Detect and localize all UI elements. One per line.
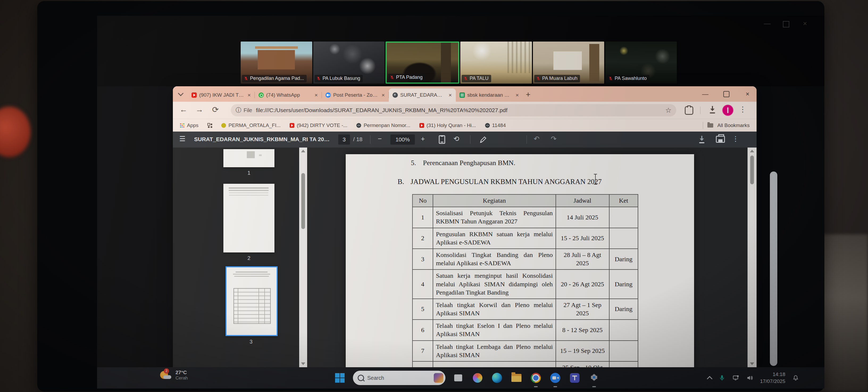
zoom-app-button[interactable] <box>548 371 562 385</box>
weather-widget[interactable]: 2 27°C Cerah <box>160 369 188 381</box>
new-tab-button[interactable]: + <box>523 90 533 100</box>
tab-5[interactable]: sbsk kendaraan 2027 - ...× <box>456 88 523 102</box>
scroll-down-icon[interactable] <box>301 362 305 365</box>
maximize-button[interactable] <box>723 91 730 97</box>
bookmark-item-1[interactable]: Apps <box>180 122 198 128</box>
page-thumbnail-2[interactable] <box>223 184 274 252</box>
participant-tile-5[interactable]: PA Muara Labuh <box>533 41 604 84</box>
scrollbar-thumb[interactable] <box>750 156 754 184</box>
tab-close-button[interactable]: × <box>514 92 520 98</box>
page-thumbnail-1[interactable] <box>223 149 274 167</box>
edge-button[interactable] <box>490 371 504 385</box>
fit-to-page-icon[interactable] <box>439 135 445 144</box>
zoom-out-button[interactable]: − <box>374 135 385 143</box>
table-header-cell: Ket <box>609 194 638 207</box>
tab-close-button[interactable]: × <box>380 92 386 98</box>
copilot-button[interactable] <box>471 371 485 385</box>
folder-icon <box>707 123 713 128</box>
zoom-maximize-button[interactable] <box>783 21 789 27</box>
participant-tile-1[interactable]: Pengadilan Agama Pad... <box>241 41 312 84</box>
tab-close-button[interactable]: × <box>447 92 453 98</box>
pdf-more-button[interactable]: ⋮ <box>730 135 741 143</box>
zoom-level-input[interactable]: 100% <box>391 135 415 145</box>
print-icon[interactable] <box>716 136 725 143</box>
bookmark-item-3[interactable]: PERMA_ORTALA_FI... <box>221 122 281 128</box>
page-thumbnail-3-selected[interactable] <box>225 266 278 336</box>
zoom-in-button[interactable]: + <box>417 135 428 143</box>
bookmark-item-7[interactable]: 11484 <box>485 122 506 128</box>
hidden-icons-chevron[interactable] <box>707 376 712 381</box>
table-cell: 8 <box>412 361 433 367</box>
file-explorer-button[interactable] <box>509 371 523 385</box>
schedule-table: NoKegiatanJadwalKet 1Sosialisasi Petunju… <box>412 194 638 367</box>
thumbnail-scrollbar[interactable] <box>299 147 307 367</box>
bookmark-item-4[interactable]: (942) DIRTY VOTE -... <box>289 122 347 128</box>
participant-tile-2[interactable]: PA Lubuk Basung <box>313 41 385 84</box>
tab-4-active[interactable]: SURAT_EDARAN_JUKNIS× <box>389 88 456 102</box>
search-highlight-image[interactable] <box>434 373 443 383</box>
close-button[interactable]: × <box>742 90 753 98</box>
globe-icon <box>485 123 490 128</box>
file-chip[interactable]: ⓘ File <box>236 106 256 114</box>
zoom-window-scrollbar[interactable] <box>770 171 777 366</box>
reload-button[interactable]: ⟳ <box>210 105 221 114</box>
tab-2[interactable]: (74) WhatsApp× <box>255 88 322 102</box>
tab-1[interactable]: (907) IKW JADI TERSAN× <box>188 88 255 102</box>
edge-icon <box>492 373 502 383</box>
pdf-download-button[interactable] <box>697 135 706 144</box>
microphone-icon[interactable] <box>718 374 725 381</box>
pdf-scrollbar[interactable] <box>747 147 756 367</box>
bookmark-item-5[interactable]: Permenpan Nomor... <box>356 122 410 128</box>
bookmark-item-6[interactable]: (31) Holy Quran - Hi... <box>420 122 476 128</box>
settings-button[interactable] <box>587 371 601 385</box>
clock[interactable]: 14:18 17/07/2025 <box>760 371 785 385</box>
profile-avatar[interactable] <box>722 105 734 116</box>
forward-button[interactable]: → <box>194 105 205 114</box>
tab-close-button[interactable]: × <box>313 92 319 98</box>
participant-tile-3[interactable]: PTA Padang <box>385 41 459 84</box>
participant-tile-6[interactable]: PA Sawahlunto <box>605 41 677 84</box>
teams-button[interactable] <box>568 371 582 385</box>
zoom-minimize-button[interactable]: — <box>763 20 771 28</box>
side-panel-icon[interactable] <box>685 106 693 115</box>
scrollbar-thumb[interactable] <box>301 173 305 229</box>
scroll-up-icon[interactable] <box>750 150 754 152</box>
tab-3[interactable]: Post Peserta - Zoom× <box>322 88 389 102</box>
tab-close-button[interactable]: × <box>246 92 252 98</box>
downloads-button[interactable] <box>708 106 717 114</box>
minimize-button[interactable]: — <box>700 90 711 98</box>
address-bar[interactable]: ⓘ File file:///C:/Users/user/Downloads/S… <box>231 104 676 116</box>
redo-icon[interactable]: ↷ <box>548 135 559 143</box>
participant-name-label: PA Muara Labuh <box>534 75 580 82</box>
tab-search-button[interactable] <box>176 89 186 99</box>
scroll-up-icon[interactable] <box>301 150 305 152</box>
volume-icon[interactable] <box>746 374 753 381</box>
page-number-input[interactable]: 3 <box>338 135 350 145</box>
undo-icon[interactable]: ↶ <box>531 135 542 143</box>
participant-name-label: PA Lubuk Basung <box>315 75 363 82</box>
bookmark-star-icon[interactable]: ☆ <box>665 106 672 114</box>
task-view-button[interactable] <box>451 371 465 385</box>
participant-tile-4[interactable]: PA TALU <box>460 41 532 84</box>
zoom-close-button[interactable]: × <box>801 20 809 28</box>
rotate-icon[interactable]: ⟲ <box>451 135 462 143</box>
search-box[interactable]: Search <box>353 371 445 385</box>
notification-bell-icon[interactable] <box>792 374 799 381</box>
thumbnail-number: 3 <box>225 339 277 345</box>
browser-menu-button[interactable]: ⋮ <box>739 105 747 114</box>
all-bookmarks[interactable]: All Bookmarks <box>703 122 750 129</box>
scroll-down-icon[interactable] <box>750 362 754 365</box>
participant-name: PA Sawahlunto <box>615 76 647 81</box>
network-icon[interactable] <box>733 374 739 381</box>
pdf-menu-icon[interactable]: ☰ <box>177 135 188 143</box>
participant-name: PA Lubuk Basung <box>322 76 360 81</box>
back-button[interactable]: ← <box>178 105 189 114</box>
chrome-button[interactable] <box>529 371 543 385</box>
download-base-icon <box>699 142 705 143</box>
cloud-icon <box>163 375 171 379</box>
table-header-cell: Jadwal <box>556 194 609 207</box>
participant-name: PA TALU <box>470 76 489 81</box>
start-button[interactable] <box>335 373 345 383</box>
bookmark-item-2[interactable] <box>208 123 212 128</box>
annotate-pen-icon[interactable] <box>479 136 487 143</box>
